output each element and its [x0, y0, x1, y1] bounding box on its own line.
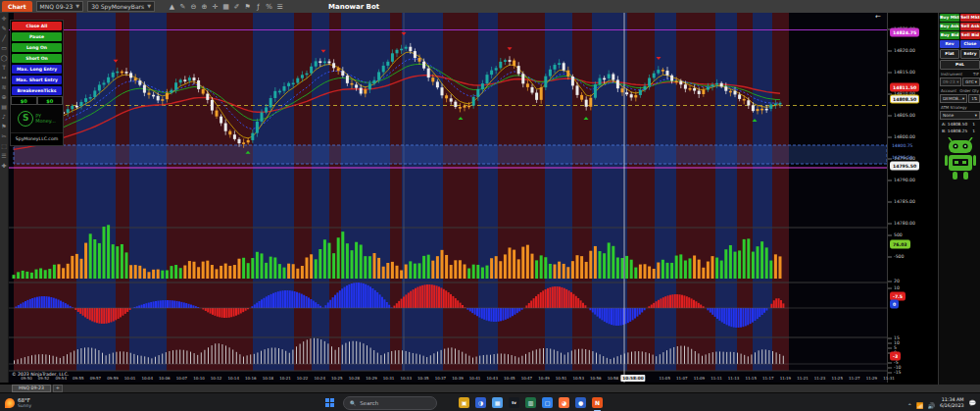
sell-ask-button[interactable]: Sell Ask [960, 23, 980, 30]
sell-mkt-button[interactable]: Sell Mkt [960, 14, 980, 22]
time-tick: 10:29 [366, 376, 377, 381]
time-tick: 11:23 [814, 376, 826, 381]
time-tick: 10:49 [538, 376, 550, 381]
clock-time: 11:34 AM [940, 397, 964, 403]
atm-strategy-select[interactable]: None▾ [940, 111, 980, 120]
pnl-button[interactable]: PnL [940, 60, 980, 70]
time-tick: 10:45 [504, 376, 515, 381]
brand-website: SpyMoneyLLC.com [11, 132, 63, 145]
time-tick: 10:22 [297, 376, 309, 381]
tradingview-icon[interactable]: tv [509, 397, 519, 408]
price-badge: 14795.50 [890, 162, 919, 171]
volume-icon[interactable]: 🔊 [927, 402, 935, 409]
ask-quote: A: 14808.501 [942, 122, 980, 127]
time-tick: 10:39 [452, 376, 464, 381]
order-qty-label: Order Qty [959, 88, 979, 93]
firefox-icon[interactable]: ◕ [559, 397, 569, 408]
indicator-badge: -3 [890, 352, 901, 361]
account-select[interactable]: DEMO8...▾ [940, 94, 967, 103]
zone-price-label: 14795.50 [892, 155, 912, 160]
entry-button[interactable]: Entry [960, 49, 980, 59]
time-tick: 10:10 [193, 376, 205, 381]
buy-mkt-button[interactable]: Buy Mkt [940, 14, 959, 22]
time-tick: 09:52 [38, 376, 50, 381]
taskbar-clock[interactable]: 11:34 AM 6/16/2023 [940, 397, 964, 408]
time-tick: 11:25 [831, 376, 843, 381]
scroll-left-arrow-icon[interactable]: ← [875, 13, 881, 21]
order-qty-stepper[interactable]: 1⇅ [968, 94, 980, 103]
excel-icon[interactable]: ▥ [525, 397, 536, 408]
instrument-select[interactable]: 09-23▾ [940, 77, 961, 86]
windows-taskbar: 68°F Sunny 🔍 Search ▣◑▦tv▥▢◕●N ⌃📶🔊 11:34… [0, 392, 980, 411]
time-tick: 11:07 [676, 376, 688, 381]
time-tick: 10:12 [211, 376, 222, 381]
taskbar-search[interactable]: 🔍 Search [343, 396, 437, 410]
time-tick: 11:13 [728, 376, 740, 381]
tif-select[interactable]: GTC▾ [962, 77, 980, 86]
chart-plot[interactable] [0, 0, 980, 411]
notification-icon[interactable]: 💬 [969, 399, 977, 406]
clock-date: 6/16/2023 [940, 403, 964, 409]
time-tick: 10:01 [124, 376, 136, 381]
time-tick: 10:04 [141, 376, 153, 381]
time-tick: 09:50 [21, 376, 32, 381]
time-tick: 09:55 [73, 376, 84, 381]
max-short-entry-button[interactable]: Max. Short Entry [11, 75, 63, 85]
price-tick: 14785.00 [894, 199, 915, 204]
rev-button[interactable]: Rev [940, 40, 959, 48]
robot-mascot-icon [944, 137, 977, 180]
trading-platform-window: Chart MNQ 09-23 ▼ 30 SpyMoneyBars ▼ ▲✎⊖⊕… [0, 0, 980, 411]
taskbar-weather-widget[interactable]: 68°F Sunny [5, 397, 31, 408]
time-tick: 11:21 [797, 376, 808, 381]
time-tick: 10:53 [572, 376, 584, 381]
time-tick: 10:18 [263, 376, 274, 381]
edge-icon[interactable]: ◑ [475, 397, 486, 408]
search-placeholder: Search [360, 400, 378, 406]
price-tick: 14790.00 [894, 178, 915, 182]
price-tick: 14815.00 [894, 70, 915, 75]
breakeventicks-button[interactable]: BreakevenTicks [11, 85, 63, 96]
time-tick: 11:31 [883, 376, 895, 381]
long-on-button[interactable]: Long On [11, 42, 63, 53]
short-on-button[interactable]: Short On [11, 53, 63, 64]
close-all-button[interactable]: Close All [11, 21, 63, 31]
indicator-tick: -15 [894, 370, 902, 375]
weather-icon [5, 398, 15, 408]
time-tick: 11:15 [745, 376, 757, 381]
sell-bid-button[interactable]: Sell Bid [960, 31, 980, 39]
time-axis[interactable]: 09:5009:5209:5409:5509:5709:5910:0110:04… [9, 376, 887, 385]
network-icon[interactable]: 📶 [916, 402, 924, 409]
time-tick: 09:57 [90, 376, 102, 381]
price-tick: 14805.00 [894, 113, 915, 118]
brand-logo: S PY Money... [11, 105, 63, 132]
pnl-cell-1: $0 [37, 96, 64, 105]
chevron-down-icon: ▾ [962, 95, 964, 102]
file-explorer-icon[interactable]: ▣ [459, 397, 469, 408]
cursor-time-badge: 10:58:00 [620, 375, 645, 382]
onedrive-icon[interactable]: ● [575, 397, 586, 408]
chevron-up-icon[interactable]: ⌃ [907, 402, 912, 409]
stepper-arrows-icon[interactable]: ⇅ [974, 95, 978, 102]
buy-bid-button[interactable]: Buy Bid [940, 31, 959, 39]
pause-button[interactable]: Pause [11, 31, 63, 42]
workspace-tab[interactable]: MNQ 09-23 [12, 385, 51, 392]
buy-ask-button[interactable]: Buy Ask [940, 23, 959, 30]
store-icon[interactable]: ▢ [542, 397, 553, 408]
price-badge: 14808.50 [890, 95, 919, 104]
time-tick: 10:31 [383, 376, 395, 381]
photos-icon[interactable]: ▦ [492, 397, 503, 408]
account-label: Account [941, 88, 956, 93]
start-button[interactable] [325, 398, 335, 408]
max-long-entry-button[interactable]: Max. Long Entry [11, 64, 63, 75]
time-tick: 10:33 [400, 376, 412, 381]
time-tick: 11:19 [780, 376, 792, 381]
indicator-tick: 10 [894, 285, 900, 290]
flat-button[interactable]: Flat [940, 49, 959, 59]
time-tick: 11:09 [694, 376, 706, 381]
add-tab-button[interactable]: + [53, 385, 63, 392]
price-axis[interactable]: 14825.0014820.0014815.0014810.0014805.00… [887, 13, 939, 383]
order-entry-panel: Buy MktSell MktBuy AskSell AskBuy BidSel… [938, 13, 980, 392]
close-button[interactable]: Close [960, 40, 980, 48]
ninjatrader-icon[interactable]: N [592, 397, 603, 408]
price-tick: 14820.00 [894, 48, 915, 53]
